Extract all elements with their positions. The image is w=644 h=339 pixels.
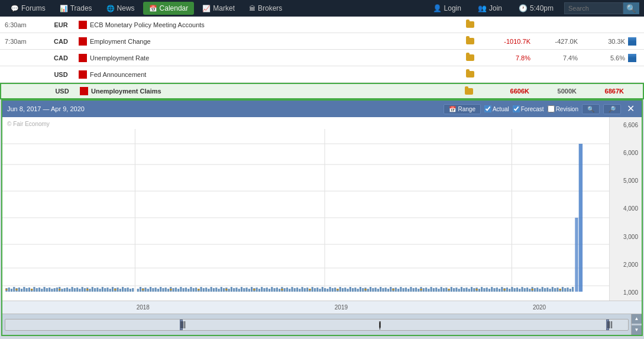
search-box[interactable]: 🔍	[564, 2, 639, 14]
folder-icon[interactable]	[466, 38, 474, 44]
chart-range-button[interactable]: 📅 Range	[444, 104, 480, 114]
svg-rect-247	[281, 289, 283, 290]
svg-rect-209	[511, 287, 513, 292]
chart-close-button[interactable]: ✕	[624, 104, 637, 114]
svg-rect-204	[499, 289, 500, 292]
table-row: USD Fed Announcement	[0, 66, 644, 83]
svg-rect-82	[190, 287, 192, 292]
event-folder[interactable]	[463, 21, 477, 28]
nav-join[interactable]: 👥 Join	[472, 2, 508, 15]
scroll-track[interactable]: ||| ||| |	[5, 319, 629, 331]
event-chart-icon[interactable]	[625, 54, 639, 62]
svg-rect-61	[137, 289, 139, 292]
svg-rect-78	[180, 287, 182, 292]
flag-icon	[79, 70, 87, 79]
svg-rect-216	[529, 289, 530, 292]
nav-login[interactable]: 👤 Login	[427, 2, 467, 15]
scroll-center-marker: |	[379, 321, 381, 328]
bar-chart-icon[interactable]	[628, 54, 636, 62]
svg-rect-119	[284, 288, 286, 292]
svg-rect-130	[312, 287, 313, 292]
event-flag	[76, 70, 90, 79]
event-folder[interactable]	[463, 54, 477, 61]
scroll-right-handle[interactable]: |||	[606, 319, 609, 330]
event-folder[interactable]	[462, 88, 476, 95]
svg-rect-250	[364, 289, 366, 290]
svg-rect-219	[536, 288, 538, 292]
svg-rect-165	[400, 287, 402, 292]
clock-icon: 🕐	[519, 4, 528, 12]
event-folder[interactable]	[463, 38, 477, 44]
nav-forums[interactable]: 💬 Forums	[5, 2, 51, 15]
svg-rect-198	[483, 288, 485, 292]
revision-checkbox-label[interactable]: Revision	[548, 105, 578, 112]
table-row: 7:30am CAD Employment Change -1010.7K -4…	[0, 33, 644, 50]
scroll-up-button[interactable]: ▲	[632, 314, 642, 324]
svg-rect-120	[286, 288, 288, 292]
y-axis-label-6606: 6,606	[613, 122, 638, 128]
x-label-2020: 2020	[533, 304, 546, 311]
event-forecast: 30.3K	[578, 38, 625, 45]
nav-news[interactable]: 🌐 News	[101, 2, 141, 15]
x-label-2019: 2019	[335, 304, 348, 311]
actual-checkbox-label[interactable]: Actual	[484, 105, 509, 112]
svg-rect-113	[268, 289, 270, 292]
svg-rect-185	[451, 287, 452, 292]
svg-rect-189	[461, 287, 462, 292]
svg-rect-80	[185, 288, 187, 292]
bar-chart-icon[interactable]	[628, 37, 636, 46]
folder-icon[interactable]	[466, 21, 474, 28]
svg-rect-252	[420, 289, 422, 290]
svg-rect-237	[15, 289, 17, 290]
scroll-down-button[interactable]: ▼	[632, 325, 642, 335]
svg-rect-132	[316, 288, 318, 292]
svg-rect-171	[415, 288, 417, 292]
forecast-checkbox-label[interactable]: Forecast	[513, 105, 544, 112]
scroll-left-handle[interactable]: |||	[180, 319, 183, 330]
svg-rect-221	[542, 287, 543, 292]
range-icon: 📅	[449, 106, 456, 112]
folder-icon[interactable]	[466, 71, 474, 78]
nav-market[interactable]: 📈 Market	[196, 2, 241, 15]
folder-icon[interactable]	[465, 88, 473, 95]
event-currency: CAD	[46, 54, 76, 62]
forecast-checkbox[interactable]	[513, 105, 520, 112]
folder-icon[interactable]	[466, 54, 474, 61]
svg-rect-153	[370, 287, 371, 292]
event-chart-icon[interactable]	[625, 37, 639, 46]
svg-rect-29	[54, 288, 56, 292]
svg-rect-55	[119, 289, 121, 292]
svg-rect-32	[61, 289, 63, 292]
chart-search-button[interactable]: 🔍	[582, 104, 600, 114]
svg-rect-98	[231, 287, 232, 292]
svg-rect-203	[496, 288, 498, 292]
flag-icon	[80, 87, 88, 95]
revision-checkbox[interactable]	[548, 105, 555, 112]
nav-trades[interactable]: 📊 Trades	[54, 2, 98, 15]
chart-x-labels: 2018 2019 2020	[2, 301, 642, 314]
calendar-table: 6:30am EUR ECB Monetary Policy Meeting A…	[0, 17, 644, 99]
svg-rect-106	[251, 287, 253, 292]
actual-checkbox[interactable]	[484, 105, 491, 112]
nav-calendar[interactable]: 📅 Calendar	[143, 2, 195, 15]
svg-rect-15	[18, 288, 20, 292]
nav-brokers[interactable]: 🏛 Brokers	[243, 2, 288, 15]
svg-rect-218	[534, 288, 536, 292]
chart-zoom-button[interactable]: 🔎	[603, 104, 621, 114]
event-folder[interactable]	[463, 71, 477, 78]
svg-rect-56	[122, 287, 124, 292]
y-axis-label-2000: 2,000	[613, 261, 638, 268]
event-previous: 7.4%	[530, 54, 578, 62]
svg-rect-135	[324, 288, 326, 292]
search-button[interactable]: 🔍	[623, 2, 639, 14]
svg-rect-99	[233, 288, 235, 292]
svg-rect-231	[567, 288, 568, 292]
event-time: 7:30am	[5, 38, 46, 45]
search-input[interactable]	[564, 2, 623, 14]
svg-rect-253	[448, 289, 449, 290]
svg-rect-110	[261, 287, 263, 292]
svg-rect-58	[127, 288, 129, 292]
svg-rect-22	[36, 288, 38, 292]
event-previous: -427.0K	[530, 38, 578, 45]
y-axis-label-1000: 1,000	[613, 289, 638, 296]
